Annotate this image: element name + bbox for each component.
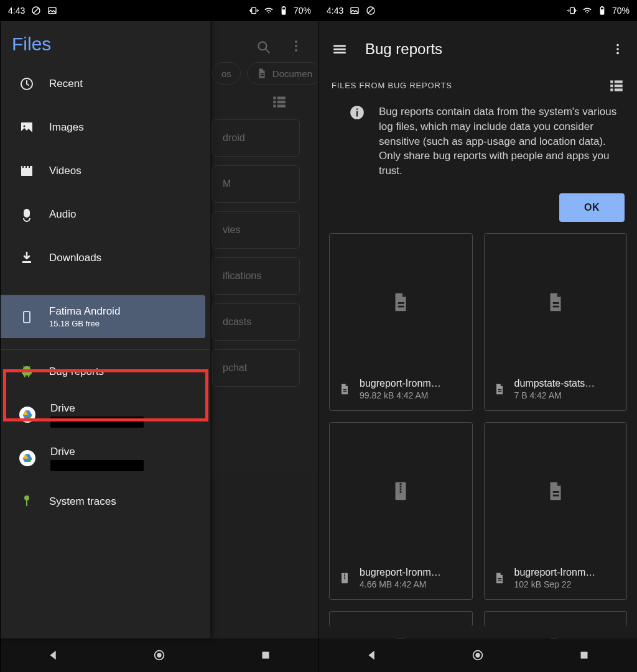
drawer-system-traces[interactable]: System traces xyxy=(1,480,210,523)
android-icon xyxy=(19,364,34,379)
file-icon xyxy=(545,478,566,504)
drawer-recent[interactable]: Recent xyxy=(1,62,210,106)
back-button[interactable] xyxy=(365,648,379,662)
drive-icon xyxy=(19,407,35,423)
nav-bar xyxy=(1,638,318,672)
home-button[interactable] xyxy=(152,648,166,662)
file-sub: 4.66 MB 4:42 AM xyxy=(360,579,447,589)
info-text: Bug reports contain data from the system… xyxy=(379,104,625,178)
folder-item[interactable]: vies xyxy=(212,211,300,249)
chip-label: Documen xyxy=(272,68,312,79)
drawer-label: Audio xyxy=(49,208,76,221)
video-icon xyxy=(19,163,34,178)
drawer-bug-reports[interactable]: Bug reports xyxy=(1,349,210,393)
vibrate-icon xyxy=(567,6,577,16)
more-icon[interactable] xyxy=(611,42,625,56)
status-bar: 4:43 70% xyxy=(1,0,318,21)
zip-icon xyxy=(390,478,411,504)
file-sub: 7 B 4:42 AM xyxy=(514,390,602,400)
folder-item[interactable]: dcasts xyxy=(212,303,300,341)
folder-label: ifications xyxy=(223,270,261,282)
chip[interactable]: Documen xyxy=(247,62,322,85)
back-button[interactable] xyxy=(47,648,60,662)
status-time: 4:43 xyxy=(8,6,25,16)
file-icon xyxy=(256,68,267,79)
drawer-label: Recent xyxy=(49,78,83,90)
drawer-drive-1[interactable]: Drive xyxy=(1,393,210,436)
file-tile[interactable]: bugreport-Ironm… 99.82 kB 4:42 AM xyxy=(329,233,473,411)
image-status-icon xyxy=(47,6,57,16)
file-name: dumpstate-stats… xyxy=(514,378,602,389)
file-icon xyxy=(338,382,351,397)
drawer-drive-2[interactable]: Drive xyxy=(1,436,210,480)
drawer-storage[interactable]: Fatima Android 15.18 GB free xyxy=(1,295,205,338)
drawer-audio[interactable]: Audio xyxy=(1,193,210,236)
home-button[interactable] xyxy=(471,648,485,662)
drawer-images[interactable]: Images xyxy=(1,106,210,149)
folder-label: pchat xyxy=(223,362,247,374)
ok-button[interactable]: OK xyxy=(559,193,625,222)
status-time: 4:43 xyxy=(327,6,343,16)
drawer-label: Downloads xyxy=(49,252,101,264)
recents-button[interactable] xyxy=(259,648,272,662)
file-tile[interactable]: bugreport-Ironm… 102 kB Sep 22 xyxy=(484,422,628,600)
section-title: FILES FROM BUG REPORTS xyxy=(332,81,452,90)
image-icon xyxy=(19,120,34,135)
file-icon xyxy=(493,571,506,586)
folder-item[interactable]: ifications xyxy=(212,257,300,295)
nav-drawer: Files Recent Images Videos Audio Downloa… xyxy=(1,21,210,638)
phone-left: 4:43 70% os Documen xyxy=(0,0,318,672)
storage-sub: 15.18 GB free xyxy=(49,319,120,328)
battery-icon xyxy=(597,6,607,16)
file-tile[interactable]: dumpstate-stats… 7 B 4:42 AM xyxy=(484,233,628,411)
file-icon xyxy=(390,289,411,315)
page-title: Bug reports xyxy=(365,40,593,58)
phone-icon xyxy=(19,310,34,324)
folder-item[interactable]: droid xyxy=(212,119,300,157)
download-icon xyxy=(19,251,34,265)
folder-item[interactable]: M xyxy=(212,165,300,203)
image-status-icon xyxy=(350,6,360,16)
status-battery: 70% xyxy=(612,6,630,16)
battery-icon xyxy=(279,6,289,16)
file-tile[interactable] xyxy=(329,611,473,627)
storage-name: Fatima Android xyxy=(49,305,120,318)
info-banner: Bug reports contain data from the system… xyxy=(329,101,627,186)
file-tile[interactable] xyxy=(484,611,628,627)
drawer-downloads[interactable]: Downloads xyxy=(1,236,210,280)
search-icon[interactable] xyxy=(255,39,271,55)
drawer-label: Videos xyxy=(49,165,81,177)
status-battery: 70% xyxy=(294,6,311,16)
file-icon xyxy=(545,289,566,315)
drawer-videos[interactable]: Videos xyxy=(1,149,210,193)
redacted-email xyxy=(50,460,144,471)
menu-icon[interactable] xyxy=(332,41,348,57)
audio-icon xyxy=(19,207,34,222)
list-view-icon[interactable] xyxy=(271,93,287,109)
more-icon[interactable] xyxy=(289,39,304,53)
file-name: bugreport-Ironm… xyxy=(360,378,447,389)
file-grid: bugreport-Ironm… 99.82 kB 4:42 AM dumpst… xyxy=(329,231,627,627)
dnd-icon xyxy=(31,6,41,16)
zip-icon xyxy=(338,571,351,586)
wifi-icon xyxy=(264,6,274,16)
drawer-label: System traces xyxy=(49,495,116,508)
status-bar: 4:43 70% xyxy=(319,0,637,21)
clock-icon xyxy=(19,76,34,91)
folder-label: dcasts xyxy=(223,316,251,328)
redacted-email xyxy=(50,417,144,428)
list-view-icon[interactable] xyxy=(608,77,625,93)
drawer-title: Files xyxy=(1,21,210,62)
folder-label: droid xyxy=(223,132,245,144)
main-content: FILES FROM BUG REPORTS Bug reports conta… xyxy=(319,77,637,672)
chip[interactable]: os xyxy=(212,62,241,85)
chip-label: os xyxy=(221,68,231,79)
recents-button[interactable] xyxy=(577,648,591,662)
folder-label: vies xyxy=(223,224,240,236)
info-icon xyxy=(349,104,365,121)
file-icon xyxy=(493,382,506,397)
folder-item[interactable]: pchat xyxy=(212,349,300,387)
nav-bar xyxy=(319,638,637,672)
folder-label: M xyxy=(223,178,231,190)
file-tile[interactable]: bugreport-Ironm… 4.66 MB 4:42 AM xyxy=(329,422,473,600)
